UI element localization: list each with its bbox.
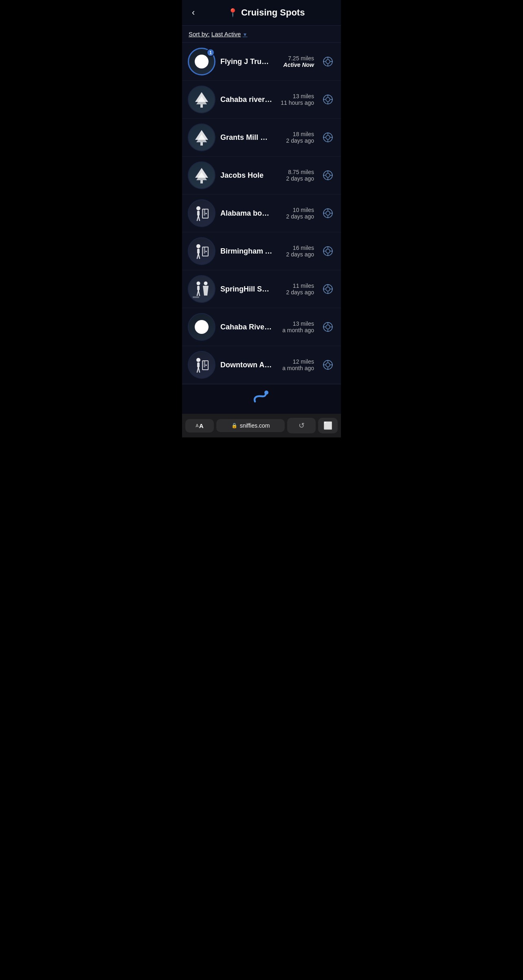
svg-point-61 [197, 282, 200, 285]
spot-name: Cahaba river trail [220, 95, 272, 104]
spot-name: Grants Mill Road -Cahaba Riv. [220, 133, 272, 142]
header-title-wrap: 📍 Cruising Spots [198, 7, 334, 18]
spot-time: 2 days ago [286, 251, 314, 258]
list-item[interactable]: Cahaba River Cruise Spot13 milesa month … [182, 308, 341, 346]
svg-point-28 [326, 173, 330, 177]
browser-bar: A A 🔒 sniffies.com ↺ ⬜ [182, 414, 341, 437]
crosshair-button[interactable] [321, 358, 335, 372]
spot-distance: 13 miles [293, 93, 314, 99]
location-icon: 📍 [228, 8, 238, 18]
svg-point-33 [196, 206, 200, 210]
crosshair-button[interactable] [321, 92, 335, 107]
spot-meta: 18 miles2 days ago [277, 131, 314, 144]
svg-point-19 [326, 135, 330, 139]
list-item[interactable]: Jacobs Hole8.75 miles2 days ago [182, 157, 341, 194]
spot-name: Alabama books [220, 209, 272, 218]
spot-meta: 12 milesa month ago [277, 358, 314, 371]
svg-rect-26 [200, 180, 203, 183]
spot-meta: 11 miles2 days ago [277, 283, 314, 296]
list-item[interactable]: Grants Mill Road -Cahaba Riv.18 miles2 d… [182, 119, 341, 157]
spot-name: SpringHill Suites Bathroom [220, 285, 272, 294]
svg-line-64 [198, 290, 200, 296]
svg-point-89 [326, 363, 330, 367]
spot-name: Birmingham Adult Books [220, 247, 272, 256]
spot-time: a month ago [282, 365, 314, 371]
svg-rect-17 [200, 142, 203, 146]
spot-time: 2 days ago [286, 289, 314, 296]
url-bar[interactable]: 🔒 sniffies.com [216, 419, 285, 432]
list-item[interactable]: 1Flying J Truck Stop7.25 milesActive Now [182, 43, 341, 81]
svg-point-75 [326, 325, 330, 329]
sort-bar[interactable]: Sort by: Last Active ▼ [182, 26, 341, 43]
text-large: A [199, 422, 204, 429]
crosshair-button[interactable] [321, 168, 335, 183]
crosshair-button[interactable] [321, 130, 335, 145]
refresh-button[interactable]: ↺ [287, 418, 316, 433]
svg-rect-62 [197, 286, 200, 290]
spot-time: a month ago [282, 327, 314, 333]
sort-value[interactable]: Last Active [211, 31, 241, 38]
svg-point-65 [204, 282, 208, 285]
svg-point-69 [326, 287, 330, 291]
svg-point-87 [206, 365, 207, 366]
lock-icon: 🔒 [231, 423, 237, 428]
avatar-wrap [188, 351, 215, 379]
avatar-wrap [188, 199, 215, 227]
spot-info: SpringHill Suites Bathroom [220, 285, 272, 294]
crosshair-button[interactable] [321, 54, 335, 69]
svg-rect-67 [193, 296, 199, 298]
spot-info: Birmingham Adult Books [220, 247, 272, 256]
svg-point-80 [196, 358, 200, 362]
svg-rect-81 [197, 362, 200, 367]
url-text: sniffies.com [240, 422, 270, 429]
spot-meta: 16 miles2 days ago [277, 245, 314, 258]
svg-rect-34 [197, 211, 200, 216]
sort-arrow: ▼ [243, 32, 248, 38]
spot-info: Flying J Truck Stop [220, 57, 272, 66]
spot-distance: 12 miles [293, 358, 314, 365]
spot-time: 11 hours ago [281, 99, 314, 106]
list-item[interactable]: Downtown Adult Books (Pari...12 milesa m… [182, 346, 341, 384]
list-item[interactable]: Alabama books10 miles2 days ago [182, 194, 341, 232]
crosshair-button[interactable] [321, 320, 335, 334]
spot-distance: 7.25 miles [288, 55, 314, 62]
avatar-wrap [188, 124, 215, 151]
more-button[interactable]: ⬜ [318, 418, 338, 433]
spot-meta: 13 milesa month ago [277, 320, 314, 333]
spot-time: 2 days ago [286, 137, 314, 144]
svg-rect-85 [204, 361, 205, 367]
svg-point-10 [326, 97, 330, 102]
svg-marker-66 [203, 286, 209, 296]
svg-point-47 [196, 244, 200, 248]
crosshair-button[interactable] [321, 282, 335, 296]
avatar-wrap [188, 275, 215, 303]
crosshair-button[interactable] [321, 206, 335, 221]
svg-rect-48 [197, 249, 200, 254]
back-button[interactable]: ‹ [189, 6, 198, 20]
spot-meta: 10 miles2 days ago [277, 207, 314, 220]
spot-list: 1Flying J Truck Stop7.25 milesActive Now… [182, 43, 341, 384]
more-icon: ⬜ [323, 421, 332, 430]
spot-time: Active Now [283, 62, 314, 68]
svg-point-56 [326, 249, 330, 253]
crosshair-button[interactable] [321, 244, 335, 258]
spot-distance: 16 miles [293, 245, 314, 251]
text-size-button[interactable]: A A [185, 419, 214, 433]
spot-name: Cahaba River Cruise Spot [220, 323, 272, 331]
svg-rect-52 [204, 247, 205, 254]
list-item[interactable]: SpringHill Suites Bathroom11 miles2 days… [182, 270, 341, 308]
list-item[interactable]: Cahaba river trail13 miles11 hours ago [182, 81, 341, 119]
spot-distance: 13 miles [293, 320, 314, 327]
sniffies-logo [252, 390, 271, 408]
svg-point-1 [326, 60, 330, 64]
brand-bar [182, 384, 341, 414]
spot-info: Downtown Adult Books (Pari... [220, 361, 272, 369]
spot-info: Cahaba River Cruise Spot [220, 323, 272, 331]
svg-rect-38 [204, 209, 205, 216]
spot-info: Grants Mill Road -Cahaba Riv. [220, 133, 272, 142]
sort-label: Sort by: [189, 31, 210, 38]
list-item[interactable]: Birmingham Adult Books16 miles2 days ago [182, 232, 341, 270]
spot-distance: 10 miles [293, 207, 314, 213]
svg-line-36 [198, 216, 200, 221]
spot-name: Flying J Truck Stop [220, 57, 272, 66]
